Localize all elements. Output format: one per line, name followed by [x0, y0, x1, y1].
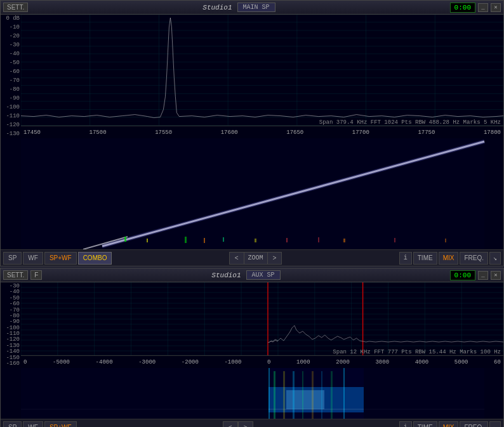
bottom-time-display: 0:00	[450, 270, 475, 280]
top-i-button[interactable]: i	[399, 252, 412, 265]
bottom-close-button[interactable]: ✕	[491, 271, 501, 280]
top-time-button[interactable]: TIME	[413, 252, 437, 265]
svg-rect-77	[343, 368, 345, 419]
bottom-title-bar: SETT. F Studio1 AUX SP 0:00 _ ✕	[1, 268, 503, 282]
svg-rect-79	[274, 371, 275, 419]
db-label-60: -60	[1, 69, 21, 75]
bottom-title-left: SETT. F	[3, 270, 42, 280]
svg-rect-76	[269, 368, 270, 419]
db-label-30: -30	[1, 43, 21, 48]
bfreq-2000n: -2000	[182, 359, 199, 365]
bfreq-4000n: -4000	[96, 359, 113, 365]
top-title-center: Studio1 MAIN SP	[28, 3, 449, 12]
svg-rect-80	[283, 371, 285, 419]
bottom-time-button[interactable]: TIME	[413, 421, 437, 428]
top-title-right: 0:00 _ ✕	[450, 3, 501, 13]
top-zoom-right-button[interactable]: >	[267, 252, 282, 265]
bottom-toolbar: SP WF SP+WF < > i TIME MIX FREQ. ↘	[1, 419, 503, 427]
bottom-db-labels: -30 -40 -50 -60 -70 -80 -90 -100 -110 -1…	[1, 282, 21, 368]
bottom-toolbar-right: i TIME MIX FREQ. ↘	[399, 421, 501, 428]
bottom-freq-button[interactable]: FREQ.	[460, 421, 488, 428]
freq-17800: 17800	[484, 129, 501, 136]
bdb-90: -90	[1, 319, 21, 325]
top-sett-button[interactable]: SETT.	[3, 3, 28, 12]
db-label-20: -20	[1, 34, 21, 39]
top-wf-button[interactable]: WF	[23, 252, 43, 265]
bottom-title-right: 0:00 _ ✕	[450, 270, 501, 280]
freq-17500: 17500	[90, 129, 107, 136]
bfreq-60: 60	[494, 359, 501, 365]
svg-rect-85	[331, 371, 333, 419]
bottom-arrow-left-button[interactable]: <	[223, 421, 238, 428]
svg-rect-82	[302, 371, 303, 419]
top-freq-button[interactable]: FREQ.	[460, 252, 488, 265]
bdb-60: -60	[1, 301, 21, 307]
bdb-140: -140	[1, 349, 21, 355]
top-combo-button[interactable]: COMBO	[78, 252, 112, 265]
top-freq-axis: 17450 17500 17550 17600 17650 17700 1775…	[21, 126, 503, 138]
db-label-10: -10	[1, 25, 21, 30]
bottom-mix-button[interactable]: MIX	[439, 421, 459, 428]
bottom-arrow-right-button[interactable]: >	[238, 421, 253, 428]
bottom-wf-button[interactable]: WF	[23, 421, 43, 428]
bottom-aux-sp-label: AUX SP	[246, 270, 281, 280]
top-minimize-button[interactable]: _	[478, 3, 488, 12]
top-spectrum-area: 0 dB -10 -20 -30 -40 -50 -60 -70 -80 -90…	[1, 15, 503, 138]
bottom-freq-axis: 0 -5000 -4000 -3000 -2000 -1000 0 1000 2…	[21, 355, 503, 368]
bottom-waterfall-svg	[1, 368, 503, 419]
freq-17550: 17550	[155, 129, 172, 136]
top-arrow-button[interactable]: ↘	[489, 252, 501, 265]
bottom-sett-button[interactable]: SETT.	[3, 270, 28, 280]
top-close-button[interactable]: ✕	[491, 3, 501, 12]
bfreq-0c: 0	[267, 359, 270, 365]
bottom-title-center: Studio1 AUX SP	[42, 270, 449, 280]
db-label-100: -100	[1, 105, 21, 110]
top-sp-button[interactable]: SP	[3, 252, 22, 265]
top-studio-label: Studio1	[202, 4, 232, 11]
top-toolbar: SP WF SP+WF COMBO < ZOOM > i TIME MIX FR…	[1, 249, 503, 266]
top-mix-button[interactable]: MIX	[439, 252, 459, 265]
top-spectrum-info: Span 379.4 KHz FFT 1024 Pts RBW 488.28 H…	[319, 119, 501, 126]
top-spwf-button[interactable]: SP+WF	[44, 252, 77, 265]
top-zoom-left-button[interactable]: <	[229, 252, 244, 265]
bottom-arrow-button[interactable]: ↘	[489, 421, 501, 428]
svg-rect-84	[321, 371, 322, 419]
db-label-50: -50	[1, 60, 21, 66]
top-main-sp-label: MAIN SP	[237, 3, 275, 12]
bottom-i-button[interactable]: i	[399, 421, 412, 428]
top-zoom-label: ZOOM	[244, 252, 267, 265]
freq-17700: 17700	[352, 129, 369, 136]
db-label-70: -70	[1, 78, 21, 84]
svg-rect-87	[364, 368, 484, 419]
bottom-minimize-button[interactable]: _	[478, 271, 488, 280]
top-waterfall-area	[1, 138, 503, 249]
svg-rect-75	[286, 390, 324, 409]
bfreq-1000n: -1000	[224, 359, 241, 365]
bottom-spectrum-svg	[21, 282, 503, 355]
top-time-display: 0:00	[450, 3, 475, 13]
bfreq-5000n: -5000	[53, 359, 70, 365]
top-waterfall-svg	[1, 138, 503, 249]
svg-rect-83	[312, 371, 314, 419]
bfreq-2000: 2000	[336, 359, 350, 365]
top-window: SETT. Studio1 MAIN SP 0:00 _ ✕ 0 dB -10 …	[0, 0, 504, 266]
freq-17450: 17450	[23, 129, 41, 136]
top-spectrum-svg	[21, 15, 503, 126]
freq-17650: 17650	[286, 129, 303, 136]
svg-rect-86	[21, 368, 269, 419]
db-label-0: 0 dB	[1, 16, 21, 22]
bottom-window: SETT. F Studio1 AUX SP 0:00 _ ✕ -30 -40 …	[0, 268, 504, 427]
svg-rect-81	[293, 371, 295, 419]
top-title-left: SETT.	[3, 3, 28, 12]
bottom-spwf-button[interactable]: SP+WF	[44, 421, 77, 428]
bottom-spectrum-info: Span 12 KHz FFT 777 Pts RBW 15.44 Hz Mar…	[333, 349, 501, 355]
svg-rect-39	[21, 138, 484, 249]
bfreq-0: 0	[23, 359, 27, 365]
bottom-studio-label: Studio1	[211, 272, 241, 279]
bottom-spectrum-area: -30 -40 -50 -60 -70 -80 -90 -100 -110 -1…	[1, 282, 503, 368]
db-label-80: -80	[1, 87, 21, 93]
db-label-40: -40	[1, 51, 21, 57]
bottom-f-button[interactable]: F	[30, 270, 42, 280]
bottom-sp-button[interactable]: SP	[3, 421, 22, 428]
bdb-160: -160	[1, 361, 21, 367]
